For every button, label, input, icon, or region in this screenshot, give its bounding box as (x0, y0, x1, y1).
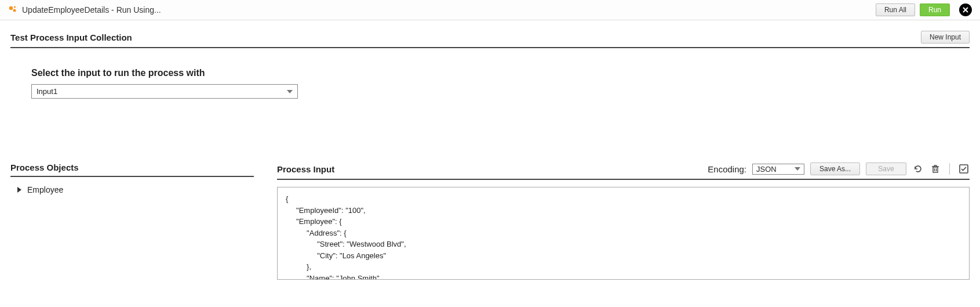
process-objects-divider (10, 176, 254, 177)
collection-divider (10, 47, 970, 48)
input-select[interactable]: Input1 (31, 84, 298, 99)
window-title-bar: UpdateEmployeeDetails - Run Using... Run… (0, 0, 980, 20)
window-title: UpdateEmployeeDetails - Run Using... (22, 5, 161, 15)
svg-point-1 (13, 9, 16, 12)
encoding-select[interactable]: JSON (752, 164, 804, 175)
process-input-toolbar: Encoding: JSON Save As... Save (708, 162, 970, 175)
encoding-label: Encoding: (708, 164, 746, 174)
svg-point-2 (14, 6, 16, 8)
validate-icon[interactable] (958, 163, 970, 175)
process-input-title: Process Input (277, 164, 334, 174)
svg-rect-5 (933, 167, 938, 172)
collection-title: Test Process Input Collection (10, 32, 132, 42)
new-input-button[interactable]: New Input (921, 31, 970, 44)
process-input-editor[interactable]: { "EmployeeId": "100", "Employee": { "Ad… (277, 187, 970, 280)
tree-item-employee[interactable]: Employee (17, 185, 254, 194)
save-as-button[interactable]: Save As... (810, 162, 860, 175)
input-select-label: Select the input to run the process with (31, 68, 970, 78)
close-icon[interactable] (959, 3, 972, 16)
chevron-down-icon (287, 90, 293, 93)
expand-icon (17, 187, 21, 193)
undo-icon[interactable] (912, 163, 924, 175)
encoding-value: JSON (756, 165, 777, 174)
process-objects-title: Process Objects (10, 162, 79, 172)
chevron-down-icon (795, 167, 800, 171)
delete-icon[interactable] (930, 163, 941, 175)
svg-point-0 (9, 6, 13, 9)
run-button[interactable]: Run (920, 3, 950, 16)
process-input-divider (277, 179, 970, 180)
save-button: Save (866, 162, 906, 175)
tree-item-label: Employee (27, 185, 63, 194)
process-icon (8, 5, 17, 16)
toolbar-divider (949, 163, 950, 175)
run-all-button[interactable]: Run All (876, 3, 915, 16)
input-select-value: Input1 (37, 87, 57, 96)
